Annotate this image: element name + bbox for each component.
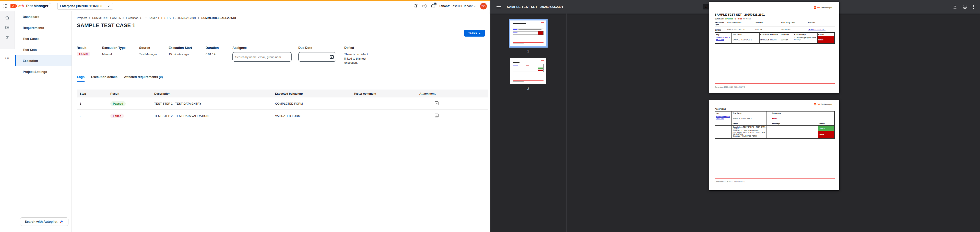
sidebar-item-requirements[interactable]: Requirements xyxy=(15,22,72,33)
at-h-empty xyxy=(818,112,834,115)
result-badge: Failed xyxy=(76,52,90,56)
rt-test-case: SAMPLE TEST CASE 1 xyxy=(732,36,759,43)
tab-logs[interactable]: Logs xyxy=(77,75,84,82)
doc-logo-ui: Ui xyxy=(814,6,816,9)
sidebar-item-test-sets[interactable]: Test Sets xyxy=(15,44,72,55)
source-value: Test Manager xyxy=(139,53,157,56)
app-launcher-icon[interactable] xyxy=(3,4,7,8)
assignee-label: Assignee xyxy=(232,46,247,50)
info-duration: 00:01:14 xyxy=(755,28,781,30)
breadcrumb-current: SUMMERRELEASE25:618 xyxy=(202,16,236,19)
doc-logo-path: Path xyxy=(816,103,820,105)
col-result: Result xyxy=(107,92,151,95)
avatar[interactable]: SO xyxy=(480,3,487,10)
search-icon[interactable] xyxy=(413,3,418,8)
detail-assignee: Assignee xyxy=(232,46,247,50)
chevron-down-icon xyxy=(108,5,110,7)
tab-affected-requirements[interactable]: Affected requirements (0) xyxy=(124,75,163,82)
uipath-path-mark: Path xyxy=(16,4,24,8)
expected-value: VALIDATED FORM xyxy=(272,114,351,117)
tab-execution-details[interactable]: Execution details xyxy=(91,75,118,82)
doc-result-heading: Result xyxy=(714,29,721,32)
duration-value: 0:01:14 xyxy=(205,53,215,56)
sidebar-item-execution[interactable]: Execution xyxy=(15,55,72,66)
notification-badge: 1 xyxy=(433,2,437,6)
summary-none: 0 None xyxy=(744,18,751,20)
pdf-page-1: Ui Path TestManager SAMPLE TEST SET - 20… xyxy=(709,2,839,93)
more-options-icon[interactable] xyxy=(973,5,974,9)
pdf-page-2: Ui Path TestManager Assertions Key Test … xyxy=(709,100,839,190)
rail-more-icon[interactable]: ••• xyxy=(0,56,15,60)
doc-title: SAMPLE TEST SET - 20250523.2301 xyxy=(714,13,765,16)
logs-row-1[interactable]: 1 Passed TEST STEP 1 - TEST DATA ENTRY C… xyxy=(76,98,488,110)
doc-generated-timestamp: Generated: 2025-05-23 23:04:24 UTC xyxy=(714,181,745,182)
description-value: TEST STEP 1 - TEST DATA ENTRY xyxy=(151,102,272,105)
sidebar-item-dashboard[interactable]: Dashboard xyxy=(15,11,72,22)
col-expected: Expected behaviour xyxy=(272,92,351,95)
logs-table: Step Result Description Expected behavio… xyxy=(76,90,488,122)
trademark: ™ xyxy=(49,3,51,5)
assignee-input[interactable] xyxy=(232,52,292,62)
rt-h-result: Result xyxy=(818,33,834,36)
breadcrumb-separator: > xyxy=(89,16,91,19)
logs-row-2[interactable]: 2 Failed TEST STEP 2 - TEST DATA VALIDAT… xyxy=(76,110,488,122)
header-right: ? 1 Tenant: TestCOETenant SO xyxy=(413,3,487,10)
assertion-1-name: Description : TEST STEP 1 - TEST DATA EN… xyxy=(732,126,765,130)
process-rail-icon[interactable] xyxy=(5,35,9,41)
tenant-value: TestCOETenant xyxy=(451,4,473,8)
defect-label: Defect xyxy=(344,46,354,50)
tasks-button[interactable]: Tasks xyxy=(465,30,485,37)
sidebar-item-test-cases[interactable]: Test Cases xyxy=(15,33,72,44)
home-icon[interactable] xyxy=(5,16,10,21)
col-step: Step xyxy=(76,92,107,95)
breadcrumb-separator: > xyxy=(140,16,142,19)
autopilot-sparkle-icon xyxy=(59,220,64,224)
summary-passed: 0 Passed xyxy=(725,18,733,20)
duration-label: Duration xyxy=(205,46,219,50)
pdf-action-icons xyxy=(953,0,974,14)
at-h-message: Message xyxy=(772,122,818,126)
due-date-label: Due Date xyxy=(298,46,312,50)
logs-table-header: Step Result Description Expected behavio… xyxy=(76,90,488,98)
execution-start-label: Execution Start xyxy=(169,46,192,50)
print-icon[interactable] xyxy=(963,5,967,9)
thumbnail-page-1[interactable] xyxy=(509,19,547,48)
execution-start-value: 15 minutes ago xyxy=(169,53,189,56)
notifications-button[interactable]: 1 xyxy=(431,4,435,8)
calendar-icon[interactable] xyxy=(330,55,334,60)
screen: Ui Path Test Manager ™ Enterprise |DMND0… xyxy=(0,0,980,232)
page-number-input[interactable]: 1 xyxy=(703,4,709,10)
assertion-2-result-failed: Failed xyxy=(818,131,834,138)
attachment-image-icon[interactable] xyxy=(435,115,439,118)
download-icon[interactable] xyxy=(953,5,957,9)
breadcrumb-test-set[interactable]: SAMPLE TEST SET - 20250523.2301 xyxy=(149,16,196,19)
summary-separator: / xyxy=(743,18,743,20)
at-h-name: Name xyxy=(732,122,767,126)
test-manager-rail-icon[interactable] xyxy=(5,26,10,31)
org-selector-dropdown[interactable]: Enterprise |DMND0011168|Su... xyxy=(57,3,113,10)
org-selector-label: Enterprise |DMND0011168|Su... xyxy=(60,4,105,8)
breadcrumb-projects[interactable]: Projects xyxy=(77,16,87,19)
step-value: 2 xyxy=(76,114,107,117)
detail-execution-type: Execution Type Manual xyxy=(102,46,126,50)
info-h-execution-type: Execution Type xyxy=(714,21,727,26)
at-h-summary: Summary xyxy=(772,112,818,115)
breadcrumb-execution[interactable]: Execution xyxy=(126,16,138,19)
attachment-image-icon[interactable] xyxy=(435,102,439,106)
info-h-duration: Duration xyxy=(755,21,781,26)
col-description: Description xyxy=(151,92,272,95)
help-icon[interactable]: ? xyxy=(422,4,426,8)
key-link[interactable]: SUMMERRELEASE25:618 xyxy=(716,37,730,40)
search-with-autopilot-button[interactable]: Search with Autopilot xyxy=(20,218,68,226)
doc-generated-timestamp: Generated: 2025-05-23 23:04:24 UTC xyxy=(714,86,745,88)
test-set-link[interactable]: SAMPLE TEST SET xyxy=(808,28,826,30)
breadcrumb-project[interactable]: SUMMERRELEASE25 xyxy=(92,16,121,19)
tenant-selector[interactable]: Tenant: TestCOETenant xyxy=(439,4,476,8)
tab-bar: Logs Execution details Affected requirem… xyxy=(77,75,163,82)
key-link[interactable]: SUMMERRELEASE25:618 xyxy=(716,115,730,119)
sidebar-item-project-settings[interactable]: Project Settings xyxy=(15,66,72,77)
thumbnail-page-2[interactable] xyxy=(510,58,546,84)
col-tester-comment: Tester comment xyxy=(351,92,416,95)
description-value: TEST STEP 2 - TEST DATA VALIDATION xyxy=(151,114,272,117)
step-value: 1 xyxy=(76,102,107,105)
